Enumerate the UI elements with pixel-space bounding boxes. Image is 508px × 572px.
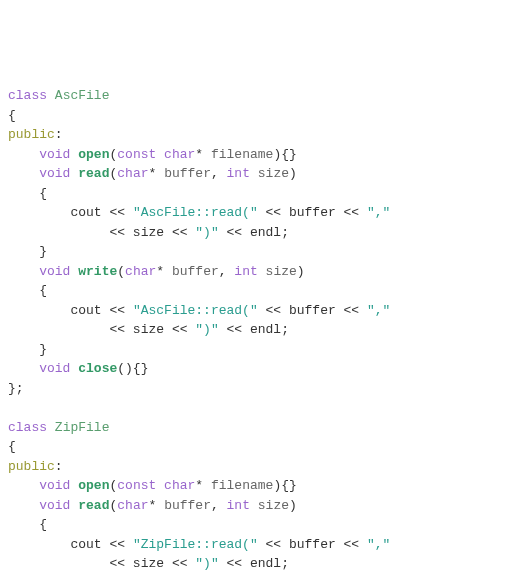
- param-type: char: [164, 147, 195, 162]
- access-specifier: public: [8, 459, 55, 474]
- suffix: ){}: [273, 478, 296, 493]
- brace: {: [39, 186, 47, 201]
- param-name: buffer: [164, 166, 211, 181]
- string-literal: ",": [367, 303, 390, 318]
- brace: {: [8, 439, 16, 454]
- colon: :: [55, 127, 63, 142]
- param-name: size: [258, 498, 289, 513]
- operator: <<: [266, 537, 282, 552]
- param-name: buffer: [172, 264, 219, 279]
- method-name: open: [78, 147, 109, 162]
- brace: }: [39, 342, 47, 357]
- operator: <<: [344, 537, 360, 552]
- suffix: (){}: [117, 361, 148, 376]
- string-literal: "ZipFile::read(": [133, 537, 258, 552]
- brace: {: [39, 283, 47, 298]
- comma: ,: [211, 166, 219, 181]
- class-name: ZipFile: [55, 420, 110, 435]
- identifier: endl: [250, 225, 281, 240]
- method-name: write: [78, 264, 117, 279]
- star: *: [149, 166, 157, 181]
- param-name: filename: [211, 478, 273, 493]
- string-literal: ",": [367, 537, 390, 552]
- semicolon: ;: [281, 322, 289, 337]
- star: *: [195, 147, 203, 162]
- identifier: size: [133, 556, 164, 571]
- keyword-const: const: [117, 147, 156, 162]
- identifier: buffer: [289, 537, 336, 552]
- operator: <<: [109, 205, 125, 220]
- string-literal: ")": [195, 225, 218, 240]
- return-type: void: [39, 361, 70, 376]
- colon: :: [55, 459, 63, 474]
- method-name: open: [78, 478, 109, 493]
- return-type: void: [39, 264, 70, 279]
- star: *: [195, 478, 203, 493]
- operator: <<: [344, 303, 360, 318]
- string-literal: "AscFile::read(": [133, 205, 258, 220]
- operator: <<: [266, 205, 282, 220]
- brace: }: [39, 244, 47, 259]
- identifier: buffer: [289, 205, 336, 220]
- access-specifier: public: [8, 127, 55, 142]
- return-type: void: [39, 166, 70, 181]
- keyword-class: class: [8, 420, 47, 435]
- operator: <<: [172, 556, 188, 571]
- suffix: ){}: [273, 147, 296, 162]
- class-name: AscFile: [55, 88, 110, 103]
- identifier: endl: [250, 556, 281, 571]
- identifier: endl: [250, 322, 281, 337]
- operator: <<: [172, 322, 188, 337]
- param-type: int: [227, 166, 250, 181]
- return-type: void: [39, 478, 70, 493]
- operator: <<: [109, 537, 125, 552]
- brace: {: [8, 108, 16, 123]
- operator: <<: [109, 225, 125, 240]
- paren: ): [289, 166, 297, 181]
- return-type: void: [39, 147, 70, 162]
- paren: (: [117, 264, 125, 279]
- operator: <<: [227, 322, 243, 337]
- operator: <<: [172, 225, 188, 240]
- identifier: size: [133, 225, 164, 240]
- comma: ,: [219, 264, 227, 279]
- param-name: filename: [211, 147, 273, 162]
- string-literal: ",": [367, 205, 390, 220]
- operator: <<: [227, 556, 243, 571]
- return-type: void: [39, 498, 70, 513]
- identifier: cout: [70, 303, 101, 318]
- paren: ): [297, 264, 305, 279]
- param-type: char: [164, 478, 195, 493]
- param-type: int: [227, 498, 250, 513]
- code-snippet: class AscFile { public: void open(const …: [8, 86, 500, 572]
- brace: };: [8, 381, 24, 396]
- comma: ,: [211, 498, 219, 513]
- param-name: size: [266, 264, 297, 279]
- param-type: char: [117, 498, 148, 513]
- identifier: buffer: [289, 303, 336, 318]
- star: *: [149, 498, 157, 513]
- paren: ): [289, 498, 297, 513]
- keyword-class: class: [8, 88, 47, 103]
- identifier: size: [133, 322, 164, 337]
- param-name: size: [258, 166, 289, 181]
- operator: <<: [109, 556, 125, 571]
- identifier: cout: [70, 205, 101, 220]
- operator: <<: [344, 205, 360, 220]
- operator: <<: [266, 303, 282, 318]
- param-name: buffer: [164, 498, 211, 513]
- semicolon: ;: [281, 556, 289, 571]
- string-literal: "AscFile::read(": [133, 303, 258, 318]
- keyword-const: const: [117, 478, 156, 493]
- star: *: [156, 264, 164, 279]
- method-name: read: [78, 166, 109, 181]
- method-name: close: [78, 361, 117, 376]
- param-type: char: [125, 264, 156, 279]
- brace: {: [39, 517, 47, 532]
- identifier: cout: [70, 537, 101, 552]
- semicolon: ;: [281, 225, 289, 240]
- param-type: char: [117, 166, 148, 181]
- string-literal: ")": [195, 322, 218, 337]
- operator: <<: [109, 322, 125, 337]
- param-type: int: [234, 264, 257, 279]
